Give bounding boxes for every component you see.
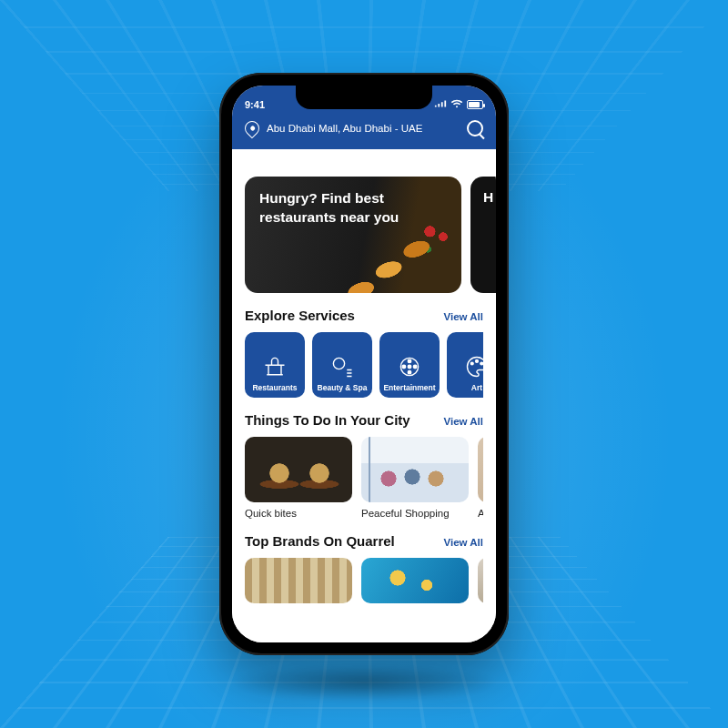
brands-row: [245, 558, 483, 603]
promo-stage: 9:41 Abu Dhabi Mall, Abu Dha: [0, 0, 728, 728]
beauty-icon: [329, 354, 355, 379]
service-tile-entertainment[interactable]: Entertainment: [379, 332, 440, 398]
thing-label: Quick bites: [245, 508, 352, 519]
app-content: Hungry? Find best restaurants near you H…: [232, 164, 496, 642]
hero-card-restaurants[interactable]: Hungry? Find best restaurants near you: [245, 177, 461, 293]
section-head-things: Things To Do In Your City View All: [245, 412, 483, 428]
phone-notch: [296, 86, 432, 109]
thing-card-quick-bites[interactable]: Quick bites: [245, 437, 352, 519]
svg-point-0: [333, 358, 344, 369]
hero-card-next-title: H: [483, 189, 493, 205]
service-tile-art[interactable]: Art: [447, 332, 483, 398]
svg-point-4: [408, 370, 411, 374]
brand-card[interactable]: [361, 558, 469, 603]
phone-screen: 9:41 Abu Dhabi Mall, Abu Dha: [232, 86, 496, 642]
service-tile-restaurants[interactable]: Restaurants: [245, 332, 305, 398]
status-icons: [434, 99, 483, 110]
svg-point-5: [402, 365, 406, 369]
signal-icon: [434, 99, 447, 110]
search-icon[interactable]: [467, 120, 483, 136]
art-icon: [464, 354, 483, 379]
view-all-brands[interactable]: View All: [444, 537, 483, 548]
thing-label: Art: [478, 508, 483, 519]
svg-point-3: [413, 365, 417, 369]
section-title: Explore Services: [245, 308, 355, 323]
thing-image: [478, 437, 483, 502]
service-label: Restaurants: [252, 383, 297, 392]
service-label: Entertainment: [383, 383, 435, 392]
section-title: Things To Do In Your City: [245, 412, 410, 428]
phone-shadow: [228, 664, 500, 701]
status-time: 9:41: [245, 99, 265, 110]
thing-image: [245, 437, 352, 502]
service-label: Art: [471, 383, 482, 392]
location-selector[interactable]: Abu Dhabi Mall, Abu Dhabi - UAE: [245, 121, 422, 136]
hero-carousel[interactable]: Hungry? Find best restaurants near you H: [245, 177, 483, 293]
svg-point-2: [408, 359, 411, 363]
svg-point-9: [480, 362, 483, 365]
thing-card-art[interactable]: Art: [478, 437, 483, 519]
section-head-services: Explore Services View All: [245, 308, 483, 323]
location-row: Abu Dhabi Mall, Abu Dhabi - UAE: [245, 120, 483, 136]
view-all-services[interactable]: View All: [444, 311, 483, 322]
phone-frame: 9:41 Abu Dhabi Mall, Abu Dha: [219, 73, 509, 655]
location-text: Abu Dhabi Mall, Abu Dhabi - UAE: [267, 123, 422, 134]
thing-image: [361, 437, 469, 502]
brand-card[interactable]: [245, 558, 352, 603]
section-title: Top Brands On Quarrel: [245, 533, 395, 549]
brand-card[interactable]: [478, 558, 483, 603]
restaurant-icon: [262, 354, 288, 379]
battery-icon: [467, 100, 483, 109]
things-row: Quick bites Peaceful Shopping Art: [245, 437, 483, 519]
service-tile-beauty[interactable]: Beauty & Spa: [312, 332, 372, 398]
view-all-things[interactable]: View All: [444, 416, 483, 427]
thing-label: Peaceful Shopping: [361, 508, 469, 519]
entertainment-icon: [397, 354, 422, 379]
section-head-brands: Top Brands On Quarrel View All: [245, 533, 483, 549]
wifi-icon: [450, 99, 463, 110]
svg-point-6: [408, 365, 411, 369]
services-grid: Restaurants Beauty & Spa Entertainment: [245, 332, 483, 398]
hero-card-next[interactable]: H: [470, 177, 496, 293]
svg-point-8: [476, 359, 479, 362]
service-label: Beauty & Spa: [318, 383, 368, 392]
svg-point-7: [470, 362, 473, 365]
location-pin-icon: [242, 118, 263, 139]
thing-card-shopping[interactable]: Peaceful Shopping: [361, 437, 469, 519]
